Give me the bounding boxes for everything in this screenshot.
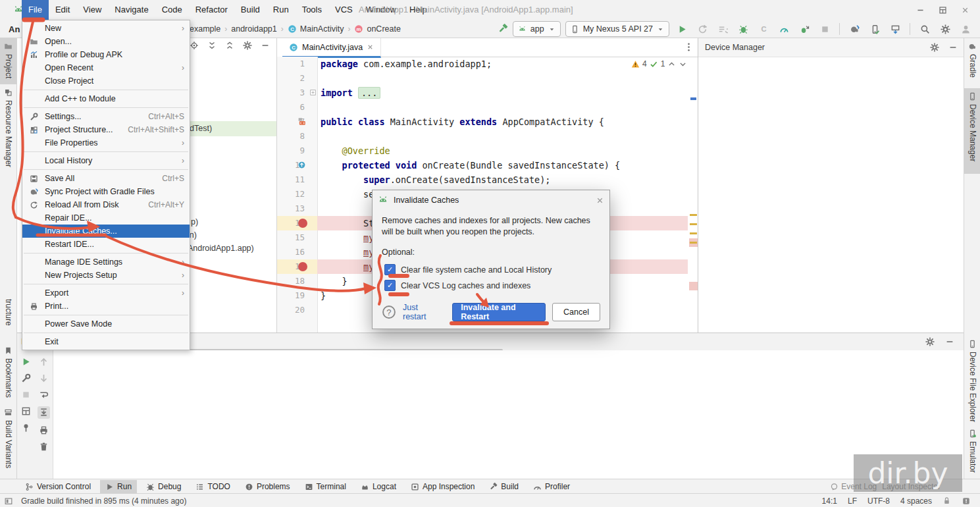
file-menu-item-local-history[interactable]: Local History› — [22, 154, 190, 167]
line-number[interactable]: 1 — [277, 57, 305, 71]
cancel-button[interactable]: Cancel — [552, 303, 600, 321]
project-tree-item-fragment[interactable]: p) — [191, 217, 198, 227]
print-icon[interactable] — [39, 425, 49, 435]
file-menu-item-manage-ide-settings[interactable]: Manage IDE Settings› — [22, 255, 190, 269]
scroll-down-icon[interactable] — [39, 373, 49, 383]
expand-all-icon[interactable] — [207, 41, 217, 50]
locate-file-icon[interactable] — [190, 41, 199, 50]
debug-button[interactable] — [735, 21, 751, 37]
line-number[interactable]: 13 — [277, 201, 305, 216]
file-menu-item-file-properties[interactable]: File Properties› — [22, 136, 190, 149]
error-stripe[interactable] — [688, 57, 698, 333]
tool-strip-tab-build-variants[interactable]: Build Variants — [0, 404, 16, 481]
code-line[interactable]: protected void onCreate(Bundle savedInst… — [321, 158, 698, 173]
file-menu-item-exit[interactable]: Exit — [22, 335, 190, 348]
code-line[interactable] — [321, 129, 698, 144]
tool-window-tab-version-control[interactable]: Version Control — [20, 480, 96, 493]
menubar-item-navigate[interactable]: Navigate — [108, 0, 155, 20]
tool-strip-tab-device-manager[interactable]: Device Manager — [964, 88, 980, 174]
profile-coverage-icon[interactable]: C — [756, 21, 771, 37]
line-number[interactable]: 12 — [277, 187, 305, 201]
sdk-manager-button[interactable] — [887, 21, 903, 37]
settings-button[interactable] — [937, 21, 953, 37]
line-number[interactable]: 18 — [277, 274, 305, 288]
line-separator[interactable]: LF — [848, 496, 857, 506]
menubar-item-file[interactable]: File — [22, 0, 49, 20]
menubar-item-run[interactable]: Run — [267, 0, 296, 20]
menubar-item-tools[interactable]: Tools — [296, 0, 328, 20]
line-number[interactable]: 8 — [277, 129, 305, 144]
code-line[interactable] — [321, 71, 698, 86]
tool-strip-tab-resource-manager[interactable]: Resource Manager — [0, 84, 16, 176]
line-number[interactable]: 16 — [277, 245, 305, 259]
tool-window-tab-logcat[interactable]: Logcat — [355, 480, 401, 493]
device-manager-button[interactable] — [867, 21, 883, 37]
tool-window-toggle-icon[interactable] — [4, 496, 13, 506]
gear-icon[interactable] — [243, 41, 252, 50]
tool-window-tab-app-inspection[interactable]: App Inspection — [405, 480, 480, 493]
menubar-item-view[interactable]: View — [76, 0, 108, 20]
file-menu-item-project-structure[interactable]: Project Structure...Ctrl+Alt+Shift+S — [22, 123, 190, 136]
restore-layout-icon[interactable] — [21, 406, 31, 416]
clear-all-icon[interactable] — [39, 442, 49, 452]
maximize-button[interactable] — [931, 0, 954, 20]
profile-avatar[interactable] — [958, 21, 973, 37]
file-encoding[interactable]: UTF-8 — [867, 496, 890, 506]
edit-configuration-icon[interactable] — [21, 373, 31, 383]
code-line[interactable]: @Override — [321, 144, 698, 158]
class-layout-icon[interactable] — [297, 117, 306, 126]
file-menu-item-settings[interactable]: Settings...Ctrl+Alt+S — [22, 110, 190, 123]
attach-debugger-icon[interactable] — [796, 21, 812, 37]
file-menu-item-open-recent[interactable]: Open Recent› — [22, 61, 190, 74]
file-menu-item-repair-ide[interactable]: Repair IDE... — [22, 211, 190, 225]
readonly-lock-icon[interactable] — [942, 496, 951, 505]
file-menu-item-save-all[interactable]: Save AllCtrl+S — [22, 172, 190, 185]
hide-panel-icon[interactable] — [948, 43, 958, 52]
run-config-selector[interactable]: app — [513, 21, 561, 37]
line-number[interactable]: 19 — [277, 288, 305, 303]
tool-strip-tab-tructure[interactable]: tructure — [0, 295, 16, 344]
project-tree-item-fragment[interactable]: r AndroidApp1.app) — [183, 244, 254, 253]
menubar-item-edit[interactable]: Edit — [49, 0, 76, 20]
close-icon[interactable] — [367, 43, 374, 51]
menubar-item-vcs[interactable]: VCS — [328, 0, 359, 20]
invalidate-and-restart-button[interactable]: Invalidate and Restart — [452, 303, 546, 321]
caret-position[interactable]: 14:1 — [822, 496, 837, 506]
checkbox-checked[interactable]: ✓ — [384, 264, 396, 275]
run-button[interactable] — [674, 21, 690, 37]
close-button[interactable] — [954, 0, 976, 20]
gradle-sync-button[interactable] — [846, 21, 862, 37]
run-options-icon[interactable] — [715, 21, 731, 37]
file-menu-item-sync-project-with-gradle-files[interactable]: Sync Project with Gradle Files — [22, 185, 190, 198]
tool-strip-tab-project[interactable]: Project — [0, 38, 16, 84]
rerun-button[interactable] — [21, 357, 31, 367]
pin-tab-icon[interactable] — [21, 423, 31, 433]
checkbox-row-clear-file-system-cache-and-local-history[interactable]: ✓Clear file system cache and Local Histo… — [384, 264, 609, 275]
tool-window-tab-build[interactable]: Build — [484, 480, 524, 493]
line-number[interactable]: 15 — [277, 230, 305, 245]
tool-window-tab-run[interactable]: Run — [100, 480, 137, 493]
search-everywhere-button[interactable] — [917, 21, 933, 37]
tool-strip-tab-emulator[interactable]: Emulator — [964, 425, 980, 487]
checkbox-row-clear-vcs-log-caches-and-indexes[interactable]: ✓Clear VCS Log caches and indexes — [384, 280, 609, 291]
line-number[interactable]: 3 — [277, 86, 305, 100]
code-line[interactable]: public class MainActivity extends AppCom… — [321, 115, 698, 129]
tool-window-tab-terminal[interactable]: Terminal — [299, 480, 351, 493]
code-line[interactable]: super.onCreate(savedInstanceState); — [321, 173, 698, 187]
file-menu-item-power-save-mode[interactable]: Power Save Mode — [22, 317, 190, 331]
profiler-icon[interactable] — [776, 21, 792, 37]
breadcrumb-item-mainactivity[interactable]: CMainActivity — [288, 24, 344, 34]
file-menu-item-new[interactable]: New› — [22, 22, 190, 35]
scroll-up-icon[interactable] — [39, 357, 49, 367]
line-number[interactable]: 2 — [277, 71, 305, 86]
stop-button[interactable] — [21, 390, 31, 400]
code-line[interactable]: import ... — [321, 86, 698, 100]
file-menu-item-export[interactable]: Export› — [22, 286, 190, 300]
file-menu-item-new-projects-setup[interactable]: New Projects Setup› — [22, 269, 190, 282]
line-number[interactable]: 6 — [277, 100, 305, 115]
tool-strip-tab-device-file-explorer[interactable]: Device File Explorer — [964, 336, 980, 431]
notifications-icon[interactable] — [962, 496, 971, 506]
minimize-button[interactable] — [909, 0, 931, 20]
collapse-all-icon[interactable] — [225, 41, 234, 50]
stop-button[interactable] — [817, 21, 833, 37]
